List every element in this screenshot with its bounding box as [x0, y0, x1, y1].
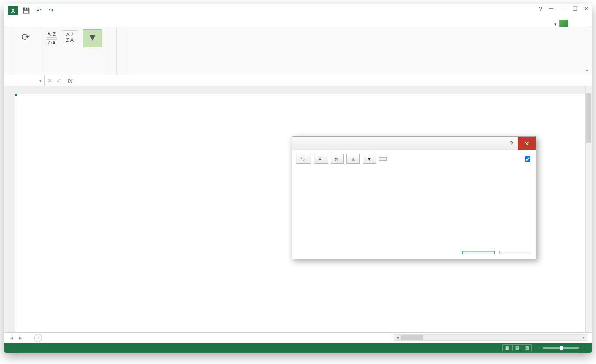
new-sheet-button[interactable]: + [34, 334, 42, 342]
dialog-help-button[interactable]: ? [504, 137, 518, 150]
cancel-button[interactable] [499, 251, 531, 254]
sort-col-header-sorton [380, 167, 456, 171]
undo-icon[interactable]: ↶ [34, 6, 43, 15]
formula-bar: ▾ ✕✓ fx [4, 75, 592, 86]
sort-options-button[interactable] [379, 157, 387, 161]
excel-icon: X [8, 6, 18, 15]
filter-button[interactable]: ▼ [83, 29, 102, 47]
status-bar: ▦ ▤ ▧ −+ [4, 343, 592, 353]
sort-col-header-column [296, 167, 320, 171]
save-icon[interactable]: 💾 [22, 6, 31, 15]
refresh-all-button[interactable]: ⟳ [16, 29, 35, 46]
sort-button[interactable]: A ZZ A [60, 29, 80, 46]
tab-scroll-right-icon[interactable]: ► [18, 335, 23, 341]
ok-button[interactable] [462, 251, 495, 254]
ribbon-opts-icon[interactable]: ▭ [548, 5, 554, 12]
delete-level-button[interactable]: ✕ [314, 154, 328, 164]
sort-dialog: ? ✕ ⁺↕ ✕ ⎘ ▲ ▼ [292, 136, 536, 259]
sort-az-icon[interactable]: A↓Z [46, 31, 57, 38]
enter-formula-icon[interactable]: ✓ [57, 78, 61, 84]
sheet-tab-bar: ◄ ► + ◄ ► [4, 332, 592, 343]
sort-col-header-order [456, 167, 532, 171]
vertical-scrollbar[interactable] [585, 86, 592, 332]
page-layout-view-icon[interactable]: ▤ [512, 344, 522, 351]
move-up-button[interactable]: ▲ [346, 154, 360, 164]
dialog-close-button[interactable]: ✕ [518, 137, 536, 150]
normal-view-icon[interactable]: ▦ [502, 344, 512, 351]
sort-za-icon[interactable]: Z↓A [46, 39, 57, 46]
name-box[interactable]: ▾ [4, 75, 45, 86]
minimize-icon[interactable]: — [560, 5, 566, 12]
maximize-icon[interactable]: ☐ [572, 5, 578, 12]
quick-access-toolbar: X 💾 ↶ ↷ ? ▭ — ☐ ✕ [4, 4, 592, 16]
horizontal-scrollbar[interactable]: ◄ ► [394, 334, 587, 341]
zoom-slider[interactable]: −+ [537, 345, 587, 351]
move-down-button[interactable]: ▼ [363, 154, 376, 164]
tab-scroll-left-icon[interactable]: ◄ [9, 335, 14, 341]
copy-level-button[interactable]: ⎘ [331, 154, 344, 164]
close-icon[interactable]: ✕ [584, 5, 589, 12]
help-icon[interactable]: ? [539, 5, 542, 12]
redo-icon[interactable]: ↷ [47, 6, 56, 15]
group-connections [16, 72, 38, 74]
fx-icon[interactable]: fx [64, 77, 76, 84]
add-level-button[interactable]: ⁺↕ [296, 154, 311, 164]
ribbon: ⟳ A↓Z Z↓A A ZZ A ▼ [4, 27, 592, 75]
collapse-ribbon-icon[interactable]: ⌃ [585, 69, 589, 74]
page-break-view-icon[interactable]: ▧ [522, 344, 532, 351]
group-outline [120, 72, 123, 74]
ribbon-tabs [4, 16, 592, 27]
group-sort-filter [46, 72, 105, 74]
headers-checkbox[interactable] [525, 156, 532, 162]
cancel-formula-icon[interactable]: ✕ [48, 78, 52, 84]
